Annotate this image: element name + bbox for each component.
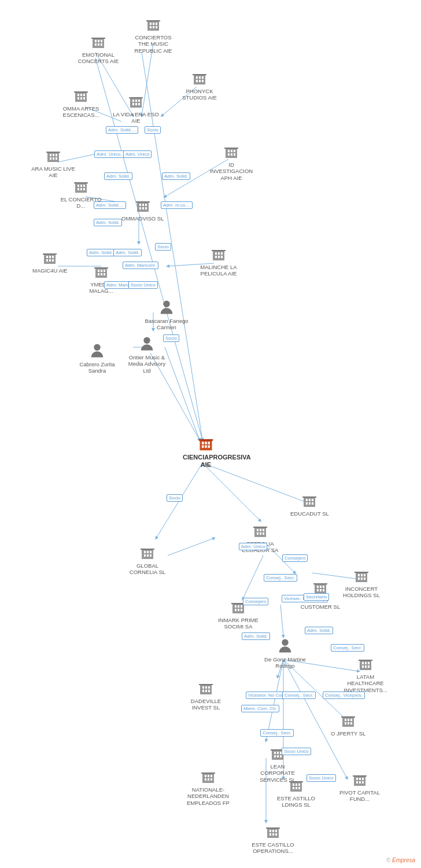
- svg-rect-216: [277, 755, 279, 757]
- svg-rect-60: [80, 97, 82, 100]
- svg-rect-197: [365, 662, 367, 664]
- badge-adm-solid-7[interactable]: Adm. Solid.: [113, 249, 142, 256]
- building-icon: [92, 262, 110, 280]
- svg-rect-43: [150, 26, 152, 28]
- node-operty: O JPERTY SL: [331, 711, 365, 737]
- badge-socio-unico-3[interactable]: Socio Único: [306, 774, 336, 782]
- svg-rect-101: [145, 207, 147, 209]
- badge-socio-unico-2[interactable]: Socio Único: [282, 748, 311, 755]
- svg-rect-149: [312, 499, 313, 501]
- svg-rect-176: [364, 578, 365, 580]
- badge-adm-solid-8[interactable]: Adm. Solid.: [242, 632, 270, 640]
- svg-rect-108: [49, 259, 51, 262]
- svg-rect-84: [80, 188, 82, 190]
- svg-rect-39: [147, 20, 159, 31]
- svg-rect-228: [293, 784, 294, 786]
- svg-rect-250: [266, 827, 280, 829]
- badge-socio-1[interactable]: Socio: [145, 126, 161, 134]
- svg-rect-173: [364, 574, 365, 576]
- building-icon: [356, 654, 375, 672]
- node-label: OMMA ARTES ESCENICAS...: [58, 105, 104, 119]
- badge-adm-unico-3[interactable]: Adm. Único: [239, 543, 267, 550]
- svg-rect-135: [205, 446, 207, 448]
- badge-adm-solid-9[interactable]: Adm. Solid.: [305, 627, 333, 634]
- svg-line-26: [266, 660, 283, 741]
- svg-rect-93: [234, 153, 235, 156]
- node-label: DADEVILLE INVEST SL: [183, 698, 229, 711]
- svg-rect-243: [267, 827, 279, 838]
- svg-rect-50: [202, 76, 204, 79]
- svg-rect-94: [224, 148, 238, 149]
- svg-rect-145: [141, 549, 154, 550]
- person-icon: [276, 637, 294, 655]
- svg-rect-157: [263, 529, 264, 531]
- svg-rect-205: [348, 719, 349, 721]
- badge-consejero-2[interactable]: Consejero: [243, 598, 268, 605]
- node-cienciaprogresiva[interactable]: CIENCIAPROGRESIVA AIE: [183, 434, 229, 469]
- svg-rect-151: [309, 502, 311, 505]
- svg-rect-87: [226, 148, 237, 158]
- badge-adm-solid-4[interactable]: Adm. Solid.: [104, 172, 132, 180]
- building-icon: [339, 711, 357, 729]
- svg-rect-178: [232, 603, 244, 613]
- badge-adm-solid-5[interactable]: Adm. Solid.: [162, 172, 190, 180]
- svg-rect-235: [354, 775, 365, 786]
- svg-rect-42: [156, 23, 157, 25]
- svg-rect-138: [142, 549, 153, 559]
- svg-rect-196: [362, 662, 364, 664]
- badge-secretario[interactable]: Secretario: [304, 593, 329, 601]
- badge-consej-secr-4[interactable]: Consej.. Secr.: [260, 729, 294, 737]
- badge-socio-unico-1[interactable]: Socio Único: [128, 281, 158, 289]
- person-icon: [157, 298, 176, 317]
- svg-rect-177: [354, 572, 368, 573]
- svg-rect-122: [221, 252, 223, 255]
- building-icon: [138, 543, 157, 561]
- building-icon: [352, 566, 371, 584]
- building-icon: [190, 68, 209, 87]
- building-icon: [199, 767, 217, 785]
- svg-rect-152: [312, 502, 313, 505]
- node-id-investigacion: ID INVESTIGACION APH AIE: [208, 142, 254, 181]
- svg-rect-47: [194, 74, 205, 84]
- badge-adm-solid-3[interactable]: Adm. Solid.: [94, 219, 122, 226]
- svg-rect-215: [274, 755, 276, 757]
- badge-adm-mancom[interactable]: Adm. Mancom.: [123, 262, 158, 269]
- svg-rect-97: [142, 204, 144, 206]
- badge-consejero-1[interactable]: Consejero: [282, 554, 308, 562]
- svg-rect-44: [153, 26, 154, 28]
- svg-rect-213: [277, 752, 279, 754]
- node-label: PHONYCK STUDIOS AIE: [176, 88, 223, 101]
- svg-rect-236: [356, 778, 358, 780]
- badge-adm-solid-6[interactable]: Adm. Solid.: [87, 249, 115, 256]
- building-icon: [350, 770, 369, 788]
- svg-rect-146: [304, 496, 315, 507]
- badge-adm-solid-1[interactable]: Adm. Solid....: [106, 126, 138, 134]
- node-label: Bascaran Fanego Carmen: [143, 318, 190, 331]
- svg-rect-109: [52, 259, 54, 262]
- badge-miem-com[interactable]: Miem. Com. Ctr.: [241, 705, 279, 712]
- svg-rect-140: [147, 551, 149, 553]
- node-label: OMMADVISO SL: [121, 215, 164, 222]
- badge-socio-4[interactable]: Socio: [167, 494, 183, 502]
- svg-rect-99: [139, 207, 141, 209]
- node-nationale: NATIONALE-NEDERLANDEN EMPLEADOS FP: [185, 767, 231, 806]
- node-la-vida-era: LA VIDA ERA ESO AIE: [113, 91, 159, 124]
- badge-consej-secr-3[interactable]: Consej.. Secr.: [282, 692, 316, 699]
- svg-rect-162: [315, 583, 326, 594]
- badge-socio-2[interactable]: Socio: [155, 243, 171, 251]
- badge-adm-unico-2[interactable]: Adm. Único: [123, 150, 152, 158]
- building-icon: [300, 491, 319, 509]
- svg-rect-85: [83, 188, 85, 190]
- svg-rect-103: [44, 253, 56, 264]
- badge-adm-mco[interactable]: Adm. m.co....: [161, 201, 193, 209]
- svg-point-186: [282, 639, 288, 646]
- building-icon: [251, 521, 269, 539]
- badge-consej-vicepres[interactable]: Consej.. Vicepres.: [323, 692, 365, 699]
- node-label: INMARK PRIME SOCIMI SA: [215, 617, 261, 630]
- building-icon: [44, 146, 62, 164]
- svg-rect-168: [323, 589, 324, 591]
- badge-consej-secr-2[interactable]: Consej.. Secr.: [331, 644, 364, 652]
- badge-consej-secr-1[interactable]: Consej.. Secr.: [264, 574, 297, 582]
- svg-rect-56: [77, 94, 79, 96]
- svg-rect-91: [228, 153, 230, 156]
